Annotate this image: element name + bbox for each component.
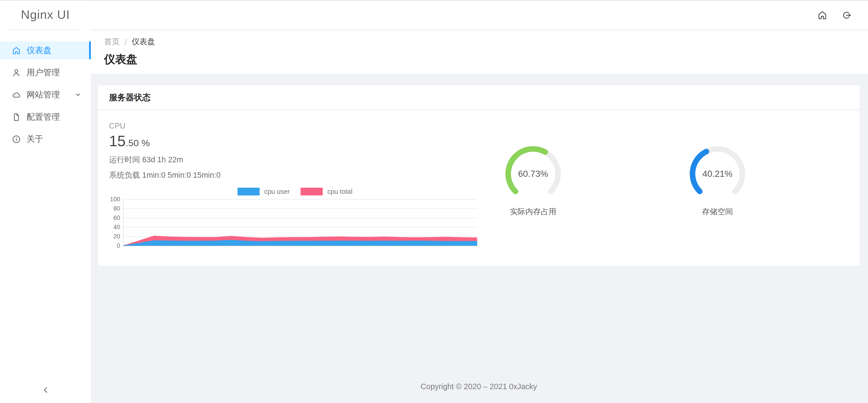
file-icon — [11, 112, 21, 122]
logo-divider — [9, 29, 82, 30]
breadcrumb: 首页 / 仪表盘 — [104, 37, 855, 47]
svg-text:100: 100 — [110, 196, 120, 203]
svg-text:60: 60 — [113, 214, 120, 221]
chevron-left-icon — [41, 385, 50, 394]
app-logo: Nginx UI — [0, 0, 91, 29]
user-icon — [11, 68, 21, 77]
breadcrumb-home[interactable]: 首页 — [104, 37, 119, 47]
cpu-value: 15.50 % — [109, 133, 481, 150]
chevron-down-icon[interactable] — [75, 91, 81, 98]
cpu-usage-chart: 020406080100 — [109, 196, 481, 252]
cpu-value-suffix: .50 % — [126, 138, 150, 148]
sidebar-item-dashboard[interactable]: 仪表盘 — [0, 41, 91, 59]
legend-swatch — [301, 187, 323, 195]
page-title: 仪表盘 — [104, 52, 855, 67]
sidebar-item-label: 仪表盘 — [27, 45, 52, 56]
memory-gauge-value: 60.73% — [518, 169, 548, 179]
sidebar-collapse-button[interactable] — [0, 376, 91, 403]
svg-text:20: 20 — [113, 233, 120, 240]
home-icon[interactable] — [813, 5, 832, 24]
sidebar-item-label: 配置管理 — [27, 112, 60, 122]
legend-item-cpu-user[interactable]: cpu user — [238, 187, 290, 195]
copyright-footer: Copyright © 2020 – 2021 0xJacky — [98, 382, 860, 403]
legend-item-cpu-total[interactable]: cpu total — [301, 187, 352, 195]
chart-legend: cpu usercpu total — [109, 187, 481, 196]
page-header: 首页 / 仪表盘 仪表盘 — [91, 29, 868, 73]
cpu-stats-column: CPU 15.50 % 运行时间 63d 1h 22m 系统负载 1min:0 … — [109, 121, 481, 252]
home-icon — [11, 46, 21, 55]
uptime-text: 运行时间 63d 1h 22m — [109, 155, 481, 165]
breadcrumb-separator: / — [125, 38, 127, 46]
cpu-label: CPU — [109, 121, 481, 130]
legend-swatch — [238, 187, 260, 195]
load-text: 系统负载 1min:0 5min:0 15min:0 — [109, 170, 481, 180]
memory-gauge-label: 实际内存占用 — [450, 207, 616, 216]
sidebar-item-about[interactable]: 关于 — [0, 130, 91, 148]
sidebar-item-label: 关于 — [27, 134, 43, 144]
logout-icon[interactable] — [837, 5, 856, 24]
memory-gauge: 60.73% 实际内存占用 — [450, 144, 616, 216]
legend-label: cpu user — [264, 187, 290, 195]
content: 服务器状态 CPU 15.50 % 运行时间 63d 1h 22m 系统负载 1… — [91, 74, 868, 403]
app-window: Nginx UI 仪表盘 用户管理 网站管理 — [0, 0, 868, 403]
storage-gauge: 40.21% 存储空间 — [634, 144, 801, 216]
svg-text:0: 0 — [117, 242, 120, 249]
sidebar: Nginx UI 仪表盘 用户管理 网站管理 — [0, 0, 91, 403]
cloud-icon — [11, 90, 21, 99]
svg-text:80: 80 — [113, 205, 120, 212]
card-title: 服务器状态 — [98, 85, 860, 110]
sidebar-item-configs[interactable]: 配置管理 — [0, 108, 91, 126]
breadcrumb-current: 仪表盘 — [132, 37, 155, 47]
sidebar-item-websites[interactable]: 网站管理 — [0, 86, 91, 103]
sidebar-menu: 仪表盘 用户管理 网站管理 配置管理 — [0, 39, 91, 150]
storage-gauge-value: 40.21% — [702, 169, 733, 179]
main-area: 首页 / 仪表盘 仪表盘 服务器状态 CPU 15.50 % 运行时间 63d … — [91, 0, 868, 403]
svg-text:40: 40 — [113, 224, 120, 230]
cpu-value-main: 15 — [109, 133, 126, 149]
sidebar-item-label: 用户管理 — [27, 67, 60, 78]
card-body: CPU 15.50 % 运行时间 63d 1h 22m 系统负载 1min:0 … — [98, 110, 860, 266]
sidebar-item-label: 网站管理 — [27, 89, 60, 100]
server-status-card: 服务器状态 CPU 15.50 % 运行时间 63d 1h 22m 系统负载 1… — [98, 85, 860, 266]
info-circle-icon — [11, 134, 21, 144]
top-navbar — [91, 0, 868, 29]
legend-label: cpu total — [327, 187, 352, 195]
storage-gauge-label: 存储空间 — [634, 207, 801, 216]
sidebar-item-users[interactable]: 用户管理 — [0, 64, 91, 81]
